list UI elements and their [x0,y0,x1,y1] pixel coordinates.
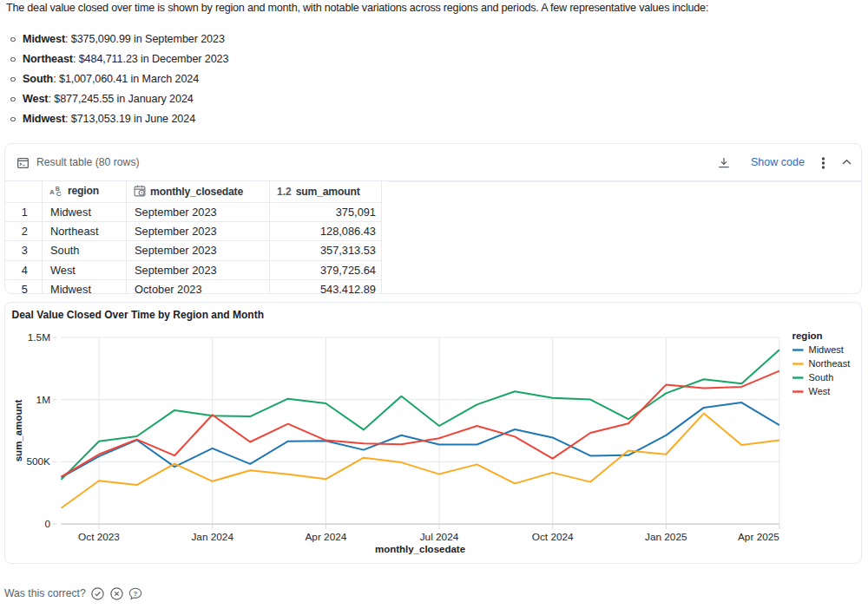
svg-text:South: South [808,372,833,383]
svg-text:1.5M: 1.5M [27,330,49,343]
svg-text:500K: 500K [26,455,50,468]
svg-text:Jan 2024: Jan 2024 [191,530,233,542]
svg-text:Apr 2024: Apr 2024 [305,530,346,542]
svg-text:Oct 2023: Oct 2023 [78,530,120,542]
svg-text:Jan 2025: Jan 2025 [645,530,687,542]
svg-text:?: ? [134,589,138,597]
svg-text:monthly_closedate: monthly_closedate [374,543,464,553]
svg-text:Oct 2024: Oct 2024 [531,530,573,542]
svg-text:sum_amount: sum_amount [13,399,23,461]
svg-text:Deal Value Closed Over Time by: Deal Value Closed Over Time by Region an… [11,309,264,321]
svg-text:region: region [792,330,822,341]
svg-text:C: C [56,190,62,196]
svg-text:Jul 2024: Jul 2024 [419,530,458,542]
svg-text:Midwest: Midwest [808,344,843,355]
svg-text:West: West [808,386,830,396]
svg-text:0: 0 [44,517,50,529]
svg-text:Apr 2025: Apr 2025 [738,530,779,542]
svg-text:1M: 1M [36,393,49,405]
svg-text:Northeast: Northeast [808,358,850,369]
svg-text:A: A [49,188,55,196]
